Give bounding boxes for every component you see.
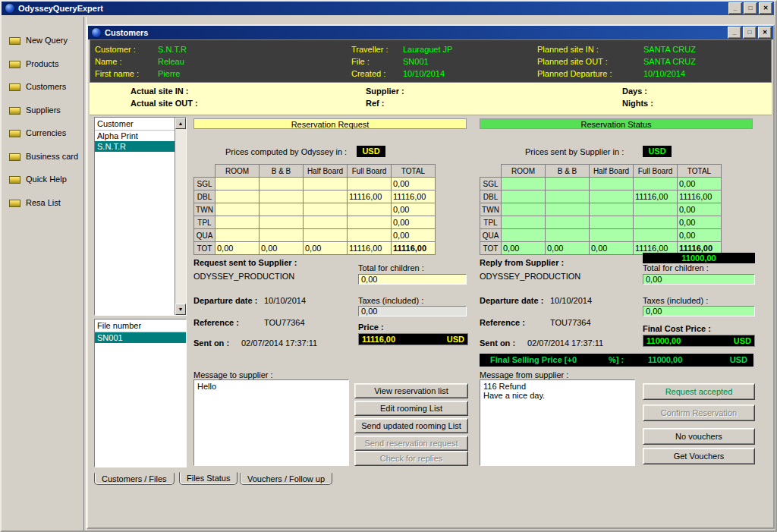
cell[interactable] (260, 203, 304, 216)
cell[interactable] (502, 178, 546, 190)
cell[interactable] (348, 178, 392, 190)
cell[interactable]: 11116,00 (678, 190, 722, 203)
view-reservation-list-button[interactable]: View reservation list (354, 383, 468, 398)
list-item[interactable]: SN001 (95, 332, 186, 343)
cell[interactable] (260, 178, 304, 190)
cell[interactable]: 0,00 (392, 229, 436, 242)
col-header: TOTAL (392, 165, 436, 178)
cell[interactable] (546, 203, 590, 216)
tab-files-status[interactable]: Files Status (179, 472, 238, 485)
cell[interactable] (546, 178, 590, 190)
sidebar-item-resa-list[interactable]: Resa List (9, 197, 82, 209)
cell[interactable] (260, 216, 304, 229)
sidebar-item-new-query[interactable]: New Query (9, 35, 82, 47)
sidebar-item-quick-help[interactable]: Quick Help (9, 174, 82, 186)
sidebar-item-business-card[interactable]: Business card (9, 151, 82, 163)
cell[interactable] (304, 190, 348, 203)
tab-vouchers-follow-up[interactable]: Vouchers / Follow up (240, 473, 332, 485)
cell[interactable]: 0,00 (260, 242, 304, 255)
cell[interactable] (546, 190, 590, 203)
cell[interactable] (634, 203, 678, 216)
cell[interactable]: 11116,00 (392, 242, 436, 255)
cell[interactable]: 11116,00 (634, 190, 678, 203)
sidebar-item-suppliers[interactable]: Suppliers (9, 105, 82, 117)
cell[interactable]: 0,00 (392, 178, 436, 190)
sidebar-item-customers[interactable]: Customers (9, 81, 82, 93)
children-total-field[interactable]: 0,00 (643, 274, 755, 285)
children-total-label: Total for children : (358, 263, 424, 272)
cell[interactable] (590, 190, 634, 203)
cell[interactable] (215, 229, 260, 242)
cell[interactable] (348, 203, 392, 216)
get-vouchers-button[interactable]: Get Vouchers (643, 448, 755, 464)
sidebar-item-currencies[interactable]: Currencies (9, 127, 82, 140)
cell[interactable]: 0,00 (502, 242, 546, 255)
tab-customers-files[interactable]: Customers / Files (94, 473, 175, 485)
taxes-label: Taxes (included) : (358, 296, 423, 305)
cell[interactable] (502, 203, 546, 216)
close-icon[interactable]: ✕ (759, 2, 772, 14)
cell[interactable] (348, 216, 392, 229)
cell[interactable]: 0,00 (392, 203, 436, 216)
cell[interactable] (546, 216, 590, 229)
cell[interactable]: 0,00 (678, 178, 722, 190)
cell[interactable]: 11116,00 (392, 190, 436, 203)
minimize-icon[interactable]: _ (728, 2, 742, 14)
cell[interactable] (304, 203, 348, 216)
maximize-icon[interactable]: □ (744, 2, 757, 14)
message-to-supplier-box[interactable]: Hello (193, 379, 349, 466)
cell[interactable] (260, 190, 304, 203)
cell[interactable] (304, 178, 348, 190)
cell[interactable]: 0,00 (678, 203, 722, 216)
taxes-field[interactable]: 0,00 (358, 306, 467, 316)
scroll-up-icon[interactable]: ▲ (175, 118, 186, 129)
children-total-field[interactable]: 0,00 (358, 274, 467, 285)
close-icon[interactable]: ✕ (758, 27, 772, 39)
cell[interactable] (502, 216, 546, 229)
cell[interactable] (590, 203, 634, 216)
message-from-supplier-box[interactable]: 116 Refund Have a nice day. (480, 379, 635, 466)
list-item[interactable]: S.N.T.R (95, 141, 175, 152)
cell[interactable] (634, 178, 678, 190)
taxes-field[interactable]: 0,00 (643, 306, 755, 316)
list-item[interactable]: Alpha Print (95, 131, 175, 141)
maximize-icon[interactable]: □ (743, 27, 757, 39)
cell[interactable] (215, 190, 260, 203)
cell[interactable] (304, 216, 348, 229)
cell[interactable] (348, 229, 392, 242)
cell[interactable]: 0,00 (215, 242, 260, 255)
sidebar-item-products[interactable]: Products (9, 58, 82, 71)
cell[interactable] (304, 229, 348, 242)
cell[interactable] (215, 203, 260, 216)
no-vouchers-button[interactable]: No vouchers (643, 428, 755, 445)
cell[interactable]: 0,00 (304, 242, 348, 255)
send-updated-rooming-list-button[interactable]: Send updated rooming List (354, 418, 468, 433)
cell[interactable] (260, 229, 304, 242)
cell[interactable] (546, 229, 590, 242)
sent-on-value: 02/07/2014 17:37:11 (527, 338, 603, 348)
cell[interactable]: 0,00 (678, 229, 722, 242)
cell[interactable]: 0,00 (392, 216, 436, 229)
cell[interactable]: 0,00 (678, 216, 722, 229)
minimize-icon[interactable]: _ (728, 27, 741, 39)
request-accepted-button[interactable]: Request accepted (643, 383, 755, 400)
cell[interactable]: 0,00 (546, 242, 590, 255)
cell[interactable] (634, 229, 678, 242)
cell[interactable] (634, 216, 678, 229)
cell[interactable] (215, 216, 260, 229)
cell[interactable] (502, 190, 546, 203)
cell[interactable]: 0,00 (590, 242, 634, 255)
cell[interactable] (590, 229, 634, 242)
cell[interactable]: 11116,00 (348, 242, 392, 255)
customers-titlebar[interactable]: Customers _ □ ✕ (88, 26, 773, 39)
scroll-down-icon[interactable]: ▼ (175, 304, 186, 315)
cell[interactable] (215, 178, 260, 190)
edit-rooming-list-button[interactable]: Edit rooming List (354, 401, 468, 416)
cell[interactable] (502, 229, 546, 242)
scrollbar[interactable]: ▲ ▼ (175, 118, 186, 315)
cell[interactable] (590, 216, 634, 229)
cell[interactable]: 11116,00 (348, 190, 392, 203)
app-titlebar[interactable]: OdysseyQueryExpert _ □ ✕ (2, 2, 774, 15)
cell[interactable] (590, 178, 634, 190)
nights-label: Nights : (622, 99, 653, 108)
